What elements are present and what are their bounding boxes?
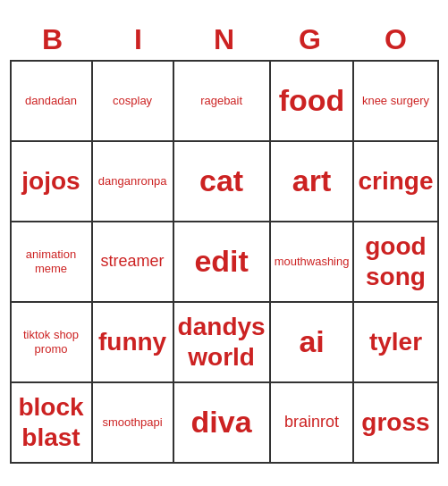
cell-r4-c2: diva — [174, 383, 271, 464]
cell-r1-c3: art — [271, 142, 355, 222]
cell-r1-c4: cringe — [354, 142, 438, 222]
cell-text-r2-c3: mouthwashing — [275, 255, 350, 269]
cell-r2-c2: edit — [174, 222, 271, 303]
cell-r0-c1: cosplay — [93, 62, 174, 142]
cell-r1-c1: danganronpa — [93, 142, 174, 222]
cell-text-r0-c3: food — [279, 82, 345, 119]
cell-text-r3-c1: funny — [98, 327, 166, 357]
cell-r0-c3: food — [271, 62, 355, 142]
bingo-header: BINGO — [10, 23, 439, 56]
cell-text-r0-c0: dandadan — [25, 94, 77, 108]
cell-text-r2-c1: streamer — [101, 252, 165, 272]
cell-text-r0-c1: cosplay — [113, 94, 152, 108]
bingo-letter-i: I — [99, 23, 178, 56]
cell-text-r2-c0: animation meme — [15, 247, 88, 275]
cell-text-r2-c2: edit — [194, 243, 248, 280]
cell-text-r0-c2: ragebait — [200, 94, 242, 108]
cell-text-r4-c1: smoothpapi — [102, 415, 162, 430]
cell-text-r1-c4: cringe — [358, 166, 433, 197]
cell-text-r1-c1: danganronpa — [98, 174, 167, 189]
cell-r3-c4: tyler — [354, 303, 438, 383]
bingo-letter-b: B — [13, 23, 92, 56]
cell-text-r3-c4: tyler — [369, 327, 422, 357]
cell-r2-c4: good song — [354, 222, 438, 303]
cell-r4-c0: block blast — [12, 383, 93, 464]
cell-text-r1-c2: cat — [199, 163, 243, 199]
bingo-letter-o: O — [357, 23, 435, 56]
bingo-grid: dandadancosplayragebaitfoodknee surgeryj… — [10, 60, 439, 464]
cell-text-r4-c3: brainrot — [284, 413, 339, 432]
bingo-letter-g: G — [271, 23, 350, 56]
bingo-letter-n: N — [185, 23, 264, 56]
cell-r0-c0: dandadan — [12, 62, 93, 142]
cell-r3-c0: tiktok shop promo — [12, 303, 93, 383]
cell-text-r3-c3: ai — [299, 323, 324, 360]
cell-r4-c3: brainrot — [271, 383, 355, 464]
cell-r2-c3: mouthwashing — [271, 222, 355, 303]
cell-r1-c2: cat — [174, 142, 271, 222]
cell-r1-c0: jojos — [12, 142, 93, 222]
bingo-card: BINGO dandadancosplayragebaitfoodknee su… — [10, 23, 439, 464]
cell-text-r4-c0: block blast — [15, 392, 88, 452]
cell-text-r3-c0: tiktok shop promo — [15, 328, 88, 356]
cell-text-r1-c0: jojos — [21, 166, 80, 197]
cell-r4-c1: smoothpapi — [93, 383, 174, 464]
cell-text-r3-c2: dandys world — [178, 312, 266, 372]
cell-r0-c4: knee surgery — [354, 62, 438, 142]
cell-r0-c2: ragebait — [174, 62, 271, 142]
cell-text-r1-c3: art — [292, 163, 331, 199]
cell-text-r4-c4: gross — [361, 407, 429, 438]
cell-text-r0-c4: knee surgery — [362, 94, 429, 108]
cell-r3-c1: funny — [93, 303, 174, 383]
cell-text-r4-c2: diva — [191, 404, 252, 440]
cell-text-r2-c4: good song — [358, 231, 433, 291]
cell-r2-c0: animation meme — [12, 222, 93, 303]
cell-r3-c2: dandys world — [174, 303, 271, 383]
cell-r3-c3: ai — [271, 303, 355, 383]
cell-r2-c1: streamer — [93, 222, 174, 303]
cell-r4-c4: gross — [354, 383, 438, 464]
